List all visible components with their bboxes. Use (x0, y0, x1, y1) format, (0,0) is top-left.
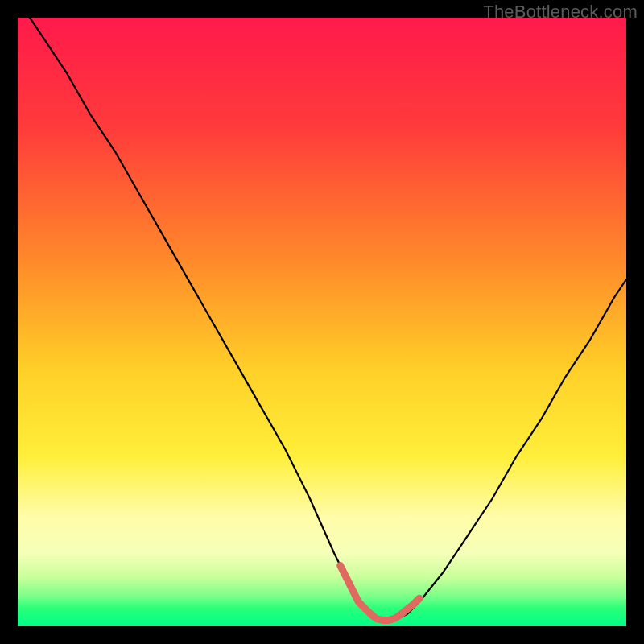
chart-frame: TheBottleneck.com (0, 0, 644, 644)
chart-valley-highlight (18, 18, 626, 626)
watermark-text: TheBottleneck.com (483, 2, 638, 23)
chart-plot-area (18, 18, 626, 626)
